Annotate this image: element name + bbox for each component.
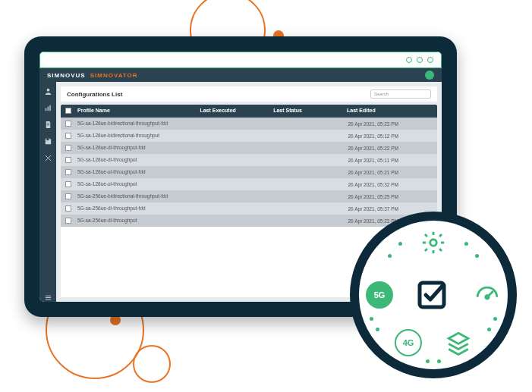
- svg-point-0: [46, 88, 49, 91]
- svg-rect-3: [49, 105, 50, 110]
- decorative-dot: [376, 328, 379, 331]
- gear-icon: [417, 227, 449, 259]
- cell-last-edited: 26 Apr 2021, 05:12 PM: [348, 133, 433, 139]
- table-header: Profile Name Last Executed Last Status L…: [61, 105, 437, 118]
- avatar[interactable]: [425, 71, 434, 80]
- decorative-dot: [493, 317, 497, 321]
- cell-last-edited: 26 Apr 2021, 05:25 PM: [348, 194, 433, 199]
- svg-rect-6: [46, 138, 49, 140]
- table-row[interactable]: 5G-sa-128ue-bidirectional-throughput26 A…: [61, 130, 437, 142]
- svg-rect-1: [45, 108, 46, 111]
- search-input[interactable]: Search: [370, 89, 431, 99]
- svg-rect-7: [45, 295, 50, 296]
- column-edited: Last Edited: [347, 108, 433, 114]
- cell-profile-name: 5G-sa-128ue-ul-throughput-fdd: [77, 169, 203, 175]
- settings-icon[interactable]: [43, 293, 52, 302]
- titlebar: SIMNOVUS SIMNOVATOR: [39, 68, 442, 82]
- svg-rect-5: [46, 124, 49, 125]
- cell-last-edited: 26 Apr 2021, 05:37 PM: [348, 206, 433, 212]
- decorative-dot: [464, 242, 468, 246]
- table-row[interactable]: 5G-sa-128ue-bidirectional-throughput-fdd…: [61, 118, 437, 130]
- column-executed: Last Executed: [200, 108, 273, 114]
- table-row[interactable]: 5G-sa-128ue-dl-throughput-fdd26 Apr 2021…: [61, 142, 437, 154]
- cell-profile-name: 5G-sa-128ue-dl-throughput-fdd: [77, 145, 203, 151]
- cell-profile-name: 5G-sa-256ue-dl-throughput-fdd: [77, 205, 203, 212]
- 4g-badge-icon: 4G: [392, 327, 424, 359]
- row-checkbox[interactable]: [65, 169, 71, 175]
- table-row[interactable]: 5G-sa-128ue-dl-throughput26 Apr 2021, 05…: [61, 154, 437, 166]
- layers-icon: [442, 327, 474, 359]
- cell-profile-name: 5G-sa-256ue-dl-throughput: [77, 218, 203, 224]
- list-title: Configurations List: [67, 91, 122, 98]
- svg-rect-2: [47, 106, 48, 111]
- tools-icon[interactable]: [43, 153, 52, 162]
- table-row[interactable]: 5G-sa-256ue-dl-throughput-fdd26 Apr 2021…: [61, 202, 437, 215]
- cell-profile-name: 5G-sa-128ue-bidirectional-throughput: [77, 133, 203, 139]
- cell-last-edited: 26 Apr 2021, 05:23 PM: [348, 121, 433, 127]
- document-icon[interactable]: [43, 120, 52, 129]
- row-checkbox[interactable]: [65, 121, 71, 127]
- cell-profile-name: 5G-sa-128ue-dl-throughput: [77, 157, 203, 163]
- select-all-checkbox[interactable]: [65, 108, 71, 114]
- cell-profile-name: 5G-sa-128ue-bidirectional-throughput-fdd: [77, 121, 203, 127]
- feature-circle: 5G 4G: [350, 212, 517, 378]
- window-chrome: [39, 52, 442, 68]
- decorative-circle: [133, 345, 171, 383]
- decorative-dot: [388, 254, 392, 258]
- chart-icon[interactable]: [43, 103, 52, 112]
- cell-last-edited: 26 Apr 2021, 05:22 PM: [348, 146, 433, 151]
- row-checkbox[interactable]: [65, 218, 71, 224]
- row-checkbox[interactable]: [65, 193, 71, 199]
- cell-profile-name: 5G-sa-256ue-bidirectional-throughput-fdd: [77, 193, 203, 199]
- column-profile: Profile Name: [77, 108, 200, 114]
- cell-profile-name: 5G-sa-128ue-ul-throughput: [77, 181, 203, 187]
- svg-rect-4: [46, 123, 49, 124]
- user-icon[interactable]: [43, 86, 52, 96]
- decorative-dot: [398, 242, 402, 246]
- decorative-dot: [426, 359, 430, 363]
- svg-point-11: [430, 240, 437, 246]
- svg-rect-9: [45, 299, 50, 299]
- list-header: Configurations List Search: [61, 86, 437, 102]
- window-control-dot[interactable]: [406, 57, 412, 63]
- table-row[interactable]: 5G-sa-128ue-ul-throughput26 Apr 2021, 05…: [61, 178, 437, 190]
- column-status: Last Status: [273, 108, 347, 114]
- sidebar: [39, 82, 56, 302]
- decorative-dot: [475, 254, 479, 258]
- table-row[interactable]: 5G-sa-256ue-bidirectional-throughput-fdd…: [61, 190, 437, 202]
- brand-secondary: SIMNOVATOR: [90, 72, 138, 79]
- table-row[interactable]: 5G-sa-128ue-ul-throughput-fdd26 Apr 2021…: [61, 166, 437, 178]
- brand-primary: SIMNOVUS: [47, 72, 86, 79]
- table-row[interactable]: 5G-sa-256ue-dl-throughput26 Apr 2021, 05…: [61, 215, 437, 227]
- cell-last-edited: 26 Apr 2021, 05:21 PM: [348, 170, 433, 175]
- cell-last-edited: 26 Apr 2021, 05:32 PM: [348, 182, 433, 187]
- window-control-dot[interactable]: [427, 57, 433, 63]
- row-checkbox[interactable]: [65, 133, 71, 139]
- decorative-dot: [487, 328, 491, 331]
- row-checkbox[interactable]: [65, 181, 71, 187]
- row-checkbox[interactable]: [65, 205, 71, 212]
- 5g-badge-icon: 5G: [364, 279, 395, 311]
- checkmark-icon: [415, 275, 452, 315]
- row-checkbox[interactable]: [65, 157, 71, 163]
- cell-last-edited: 26 Apr 2021, 05:11 PM: [348, 158, 433, 163]
- save-icon[interactable]: [43, 136, 52, 146]
- window-control-dot[interactable]: [417, 57, 423, 63]
- gauge-icon: [471, 279, 503, 311]
- decorative-dot: [437, 359, 441, 363]
- svg-point-12: [486, 296, 489, 299]
- row-checkbox[interactable]: [65, 145, 71, 151]
- decorative-dot: [370, 317, 373, 321]
- svg-rect-8: [45, 297, 50, 298]
